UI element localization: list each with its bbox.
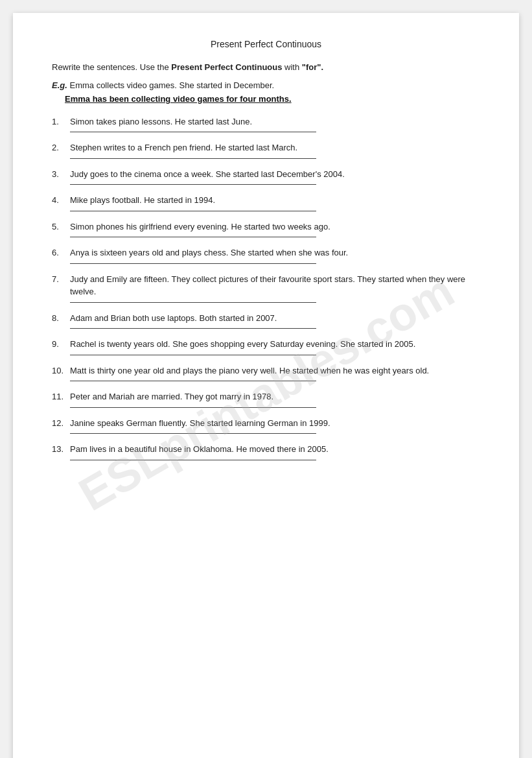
exercise-sentence-10: 10. Matt is thirty one year old and play…: [52, 364, 480, 377]
answer-line-5: [70, 237, 316, 237]
exercise-item-1: 1. Simon takes piano lessons. He started…: [52, 115, 480, 133]
exercise-sentence-6: 6. Anya is sixteen years old and plays c…: [52, 246, 480, 259]
exercise-text-5: Simon phones his girlfriend every evenin…: [70, 220, 480, 233]
answer-line-10: [70, 381, 316, 381]
exercise-sentence-5: 5. Simon phones his girlfriend every eve…: [52, 220, 480, 233]
example-label: E.g.: [52, 80, 67, 90]
instruction-bold-2: "for".: [302, 62, 323, 72]
exercise-text-3: Judy goes to the cinema once a week. She…: [70, 168, 480, 181]
exercise-text-13: Pam lives in a beautiful house in Oklaho…: [70, 443, 480, 456]
exercise-item-10: 10. Matt is thirty one year old and play…: [52, 364, 480, 382]
exercise-text-6: Anya is sixteen years old and plays ches…: [70, 246, 480, 259]
exercise-sentence-11: 11. Peter and Mariah are married. They g…: [52, 390, 480, 403]
instruction-bold-1: Present Perfect Continuous: [171, 62, 282, 72]
answer-line-4: [70, 211, 316, 211]
exercise-text-1: Simon takes piano lessons. He started la…: [70, 115, 480, 128]
exercise-text-9: Rachel is twenty years old. She goes sho…: [70, 338, 480, 351]
exercise-text-8: Adam and Brian both use laptops. Both st…: [70, 312, 480, 325]
answer-line-8: [70, 328, 316, 329]
exercise-number-2: 2.: [52, 141, 70, 154]
exercise-item-9: 9. Rachel is twenty years old. She goes …: [52, 338, 480, 355]
answer-line-6: [70, 263, 316, 264]
exercise-number-5: 5.: [52, 220, 70, 233]
page-title: Present Perfect Continuous: [52, 39, 480, 49]
answer-line-2: [70, 158, 316, 159]
exercise-item-7: 7. Judy and Emily are fifteen. They coll…: [52, 273, 480, 303]
answer-line-9: [70, 355, 316, 355]
exercise-item-5: 5. Simon phones his girlfriend every eve…: [52, 220, 480, 238]
example-text: Emma collects video games. She started i…: [69, 80, 274, 90]
exercise-number-4: 4.: [52, 194, 70, 207]
exercise-number-3: 3.: [52, 168, 70, 181]
exercise-number-10: 10.: [52, 364, 70, 377]
answer-line-3: [70, 184, 316, 185]
exercises-list: 1. Simon takes piano lessons. He started…: [52, 115, 480, 460]
exercise-sentence-2: 2. Stephen writes to a French pen friend…: [52, 141, 480, 154]
exercise-text-4: Mike plays football. He started in 1994.: [70, 194, 480, 207]
instruction: Rewrite the sentences. Use the Present P…: [52, 61, 480, 74]
exercise-sentence-13: 13. Pam lives in a beautiful house in Ok…: [52, 443, 480, 456]
exercise-text-10: Matt is thirty one year old and plays th…: [70, 364, 480, 377]
exercise-item-6: 6. Anya is sixteen years old and plays c…: [52, 246, 480, 264]
exercise-sentence-4: 4. Mike plays football. He started in 19…: [52, 194, 480, 207]
exercise-sentence-1: 1. Simon takes piano lessons. He started…: [52, 115, 480, 128]
exercise-item-8: 8. Adam and Brian both use laptops. Both…: [52, 312, 480, 329]
exercise-sentence-3: 3. Judy goes to the cinema once a week. …: [52, 168, 480, 181]
exercise-sentence-7: 7. Judy and Emily are fifteen. They coll…: [52, 273, 480, 298]
exercise-sentence-8: 8. Adam and Brian both use laptops. Both…: [52, 312, 480, 325]
exercise-item-3: 3. Judy goes to the cinema once a week. …: [52, 168, 480, 185]
exercise-sentence-9: 9. Rachel is twenty years old. She goes …: [52, 338, 480, 351]
exercise-number-1: 1.: [52, 115, 70, 128]
exercise-number-11: 11.: [52, 390, 70, 403]
answer-line-13: [70, 460, 316, 460]
exercise-text-2: Stephen writes to a French pen friend. H…: [70, 141, 480, 154]
exercise-number-9: 9.: [52, 338, 70, 351]
exercise-text-12: Janine speaks German fluently. She start…: [70, 417, 480, 430]
answer-line-12: [70, 433, 316, 434]
exercise-item-11: 11. Peter and Mariah are married. They g…: [52, 390, 480, 408]
exercise-item-4: 4. Mike plays football. He started in 19…: [52, 194, 480, 211]
example-answer: Emma has been collecting video games for…: [52, 94, 480, 104]
worksheet-page: ESLprintables.com Present Perfect Contin…: [13, 13, 519, 758]
exercise-number-13: 13.: [52, 443, 70, 456]
exercise-item-12: 12. Janine speaks German fluently. She s…: [52, 417, 480, 434]
exercise-item-2: 2. Stephen writes to a French pen friend…: [52, 141, 480, 159]
exercise-item-13: 13. Pam lives in a beautiful house in Ok…: [52, 443, 480, 460]
exercise-number-7: 7.: [52, 273, 70, 286]
answer-line-7: [70, 302, 316, 303]
example-sentence: E.g. Emma collects video games. She star…: [52, 80, 480, 90]
exercise-number-6: 6.: [52, 246, 70, 259]
exercise-text-11: Peter and Mariah are married. They got m…: [70, 390, 480, 403]
answer-line-11: [70, 407, 316, 408]
exercise-number-12: 12.: [52, 417, 70, 430]
answer-line-1: [70, 132, 316, 132]
exercise-number-8: 8.: [52, 312, 70, 325]
exercise-sentence-12: 12. Janine speaks German fluently. She s…: [52, 417, 480, 430]
exercise-text-7: Judy and Emily are fifteen. They collect…: [70, 273, 480, 298]
